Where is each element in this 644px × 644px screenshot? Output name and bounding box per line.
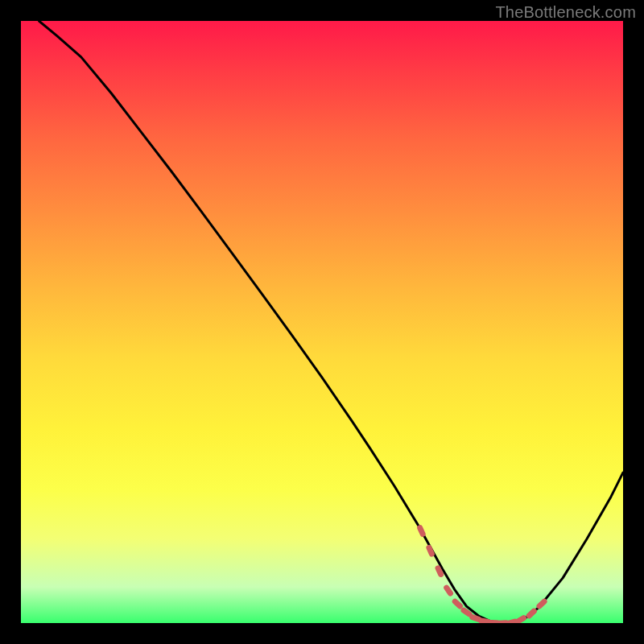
optimal-marker xyxy=(455,601,460,606)
optimal-marker xyxy=(529,611,534,616)
optimal-marker xyxy=(447,588,451,593)
optimal-marker xyxy=(539,601,544,606)
optimal-marker xyxy=(518,618,523,621)
optimal-marker xyxy=(473,617,479,620)
optimal-marker xyxy=(438,568,441,575)
optimal-marker xyxy=(429,547,431,554)
optimal-marker xyxy=(509,621,515,623)
optimal-marker xyxy=(464,610,469,614)
optimal-range-markers xyxy=(420,528,544,623)
bottleneck-curve-path xyxy=(39,21,623,623)
watermark-label: TheBottleneck.com xyxy=(495,3,636,22)
chart-frame: TheBottleneck.com xyxy=(0,0,644,644)
plot-area xyxy=(21,21,623,623)
optimal-marker xyxy=(420,528,423,535)
optimal-marker xyxy=(481,621,488,621)
bottleneck-curve-svg xyxy=(21,21,623,623)
